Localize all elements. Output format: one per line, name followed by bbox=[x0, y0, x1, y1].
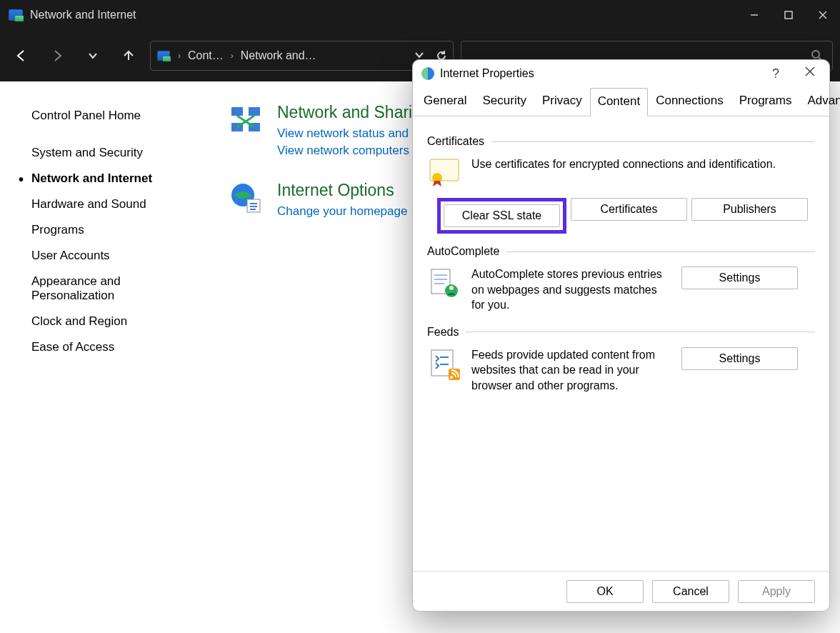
group-label-feeds: Feeds bbox=[427, 326, 459, 339]
tab-programs[interactable]: Programs bbox=[731, 87, 800, 116]
dialog-tabs: General Security Privacy Content Connect… bbox=[413, 87, 829, 116]
titlebar: Network and Internet bbox=[0, 0, 840, 30]
dialog-close-button[interactable] bbox=[799, 64, 821, 84]
internet-properties-dialog: Internet Properties ? General Security P… bbox=[412, 59, 830, 612]
tab-security[interactable]: Security bbox=[474, 87, 534, 116]
back-button[interactable] bbox=[7, 41, 36, 70]
sidebar-item-home[interactable]: Control Panel Home bbox=[31, 103, 214, 129]
autocomplete-settings-button[interactable]: Settings bbox=[681, 266, 798, 289]
group-label-autocomplete: AutoComplete bbox=[427, 245, 499, 258]
svg-rect-6 bbox=[231, 107, 243, 116]
apply-button[interactable]: Apply bbox=[738, 580, 815, 603]
feeds-icon bbox=[427, 347, 461, 382]
link-change-homepage[interactable]: Change your homepage bbox=[277, 204, 407, 219]
dialog-footer: OK Cancel Apply bbox=[413, 571, 829, 611]
clear-ssl-highlight: Clear SSL state bbox=[437, 198, 566, 234]
sidebar-item-clock-region[interactable]: Clock and Region bbox=[31, 309, 214, 334]
sidebar-item-user-accounts[interactable]: User Accounts bbox=[31, 243, 214, 269]
tab-privacy[interactable]: Privacy bbox=[534, 87, 590, 116]
tab-connections[interactable]: Connections bbox=[648, 87, 731, 116]
internet-options-icon bbox=[229, 181, 263, 215]
control-panel-icon bbox=[9, 9, 23, 21]
dialog-titlebar: Internet Properties ? bbox=[413, 60, 829, 87]
feeds-description: Feeds provide updated content from websi… bbox=[471, 347, 671, 394]
breadcrumb-2[interactable]: Network and… bbox=[241, 49, 316, 62]
section-title-internet-options[interactable]: Internet Options bbox=[277, 181, 407, 200]
minimize-button[interactable] bbox=[737, 0, 771, 30]
ok-button[interactable]: OK bbox=[566, 580, 644, 603]
tab-advanced[interactable]: Advanced bbox=[799, 87, 840, 116]
chevron-right-icon: › bbox=[178, 51, 181, 61]
svg-point-4 bbox=[812, 51, 819, 58]
forward-button[interactable] bbox=[43, 41, 71, 70]
tab-content[interactable]: Content bbox=[590, 88, 649, 116]
svg-point-31 bbox=[450, 376, 453, 379]
sidebar-item-system-security[interactable]: System and Security bbox=[31, 140, 214, 166]
feeds-settings-button[interactable]: Settings bbox=[681, 347, 798, 370]
sidebar-item-network-internet[interactable]: Network and Internet bbox=[31, 166, 214, 191]
svg-point-26 bbox=[449, 286, 454, 290]
location-icon bbox=[157, 51, 170, 61]
autocomplete-description: AutoComplete stores previous entries on … bbox=[471, 266, 671, 313]
tab-general[interactable]: General bbox=[416, 87, 474, 116]
group-label-certificates: Certificates bbox=[427, 135, 484, 148]
close-button[interactable] bbox=[806, 0, 840, 30]
autocomplete-icon bbox=[427, 266, 461, 301]
certificate-icon bbox=[427, 156, 461, 191]
certificates-description: Use certificates for encrypted connectio… bbox=[471, 156, 815, 172]
recent-dropdown[interactable] bbox=[79, 41, 107, 70]
clear-ssl-button[interactable]: Clear SSL state bbox=[444, 204, 560, 227]
svg-rect-1 bbox=[785, 11, 792, 19]
dialog-title: Internet Properties bbox=[440, 67, 534, 80]
window-title: Network and Internet bbox=[30, 9, 136, 21]
svg-rect-7 bbox=[249, 107, 260, 116]
cancel-button[interactable]: Cancel bbox=[652, 580, 729, 603]
chevron-right-icon: › bbox=[231, 51, 234, 61]
up-button[interactable] bbox=[114, 41, 143, 70]
sidebar-item-programs[interactable]: Programs bbox=[31, 217, 214, 243]
sidebar-item-ease-of-access[interactable]: Ease of Access bbox=[31, 334, 214, 360]
maximize-button[interactable] bbox=[771, 0, 806, 30]
internet-properties-icon bbox=[421, 67, 434, 80]
certificates-button[interactable]: Certificates bbox=[571, 198, 687, 221]
breadcrumb-1[interactable]: Cont… bbox=[188, 49, 224, 62]
publishers-button[interactable]: Publishers bbox=[691, 198, 808, 221]
sidebar-item-hardware-sound[interactable]: Hardware and Sound bbox=[31, 191, 214, 217]
help-button[interactable]: ? bbox=[766, 64, 785, 84]
sidebar: Control Panel Home System and Security N… bbox=[0, 81, 214, 633]
sidebar-item-appearance[interactable]: Appearance and Personalization bbox=[31, 269, 160, 309]
network-sharing-icon bbox=[229, 103, 263, 137]
address-bar[interactable]: › Cont… › Network and… bbox=[150, 41, 454, 71]
